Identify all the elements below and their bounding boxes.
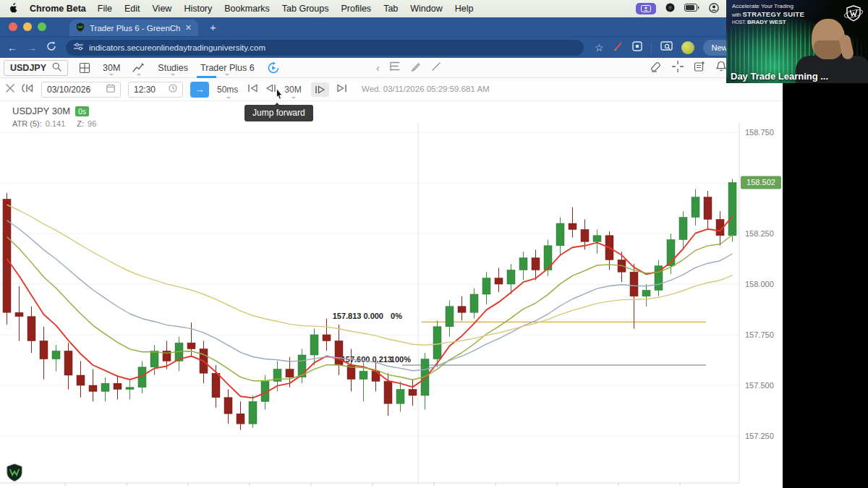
menu-item[interactable]: File — [98, 4, 112, 14]
layout-name-label: Trader Plus 6 — [200, 63, 255, 73]
fib-level-percent: 100% — [391, 355, 411, 364]
menu-item[interactable]: Tab — [383, 4, 398, 14]
chart-area[interactable]: USDJPY 30M 0s ATR (5): 0.141 Z: 96 157.8… — [0, 101, 783, 488]
menu-item[interactable]: Window — [410, 4, 442, 14]
site-settings-icon[interactable] — [74, 43, 83, 52]
draw-pencil-icon[interactable] — [410, 61, 422, 74]
candle-body — [642, 290, 650, 296]
layout-name-dropdown[interactable]: Trader Plus 6 — [199, 58, 256, 77]
omnibox[interactable]: indicators.secureonlinedaytradingunivers… — [66, 40, 584, 56]
screen-sharing-icon[interactable] — [636, 3, 656, 14]
candle-body — [335, 341, 343, 365]
chevron-down-icon — [137, 74, 141, 76]
reload-button[interactable] — [46, 41, 56, 54]
candle-body — [323, 335, 331, 341]
jump-interval-value: 30M — [284, 85, 301, 95]
candle-body — [286, 369, 294, 377]
window-controls — [0, 17, 55, 36]
extension-icon[interactable] — [632, 41, 642, 54]
candle-body — [52, 351, 60, 359]
candle-body — [212, 373, 220, 398]
go-to-date-button[interactable]: → — [190, 82, 209, 98]
candle-body — [384, 381, 392, 403]
chevron-down-icon — [225, 74, 229, 76]
bookmark-star-icon[interactable]: ☆ — [595, 42, 604, 53]
webcam-titles: Accelerate Your Trading with STRATEGY SU… — [732, 3, 804, 26]
browser-tab[interactable]: Trader Plus 6 - GreenChart ✕ — [69, 20, 198, 36]
profile-avatar[interactable] — [681, 41, 694, 54]
candle-body — [569, 223, 576, 229]
browser-tab-bar: Trader Plus 6 - GreenChart ✕ + — [0, 17, 783, 36]
zoom-window-button[interactable] — [38, 22, 46, 31]
candle-body — [27, 317, 35, 341]
fib-level-label: 157.813 0.000 — [333, 312, 383, 320]
forward-button[interactable]: → — [27, 43, 37, 53]
restart-replay-icon[interactable] — [22, 83, 34, 95]
menu-item[interactable]: Profiles — [341, 4, 371, 14]
alerts-bell-icon[interactable] — [715, 61, 727, 74]
skip-to-start-icon[interactable] — [247, 84, 258, 95]
menu-item[interactable]: View — [153, 4, 172, 14]
replay-date-input[interactable]: 03/10/2026 — [41, 82, 121, 98]
layout-grid-button[interactable] — [77, 58, 92, 77]
chart-symbol-label: USDJPY 30M — [12, 106, 70, 116]
new-tab-button[interactable]: + — [210, 21, 216, 33]
watchlist-icon[interactable] — [389, 61, 401, 74]
crosshair-icon[interactable] — [672, 61, 684, 74]
price-axis-label: 157.500 — [745, 381, 774, 390]
menu-item[interactable]: History — [184, 4, 212, 14]
extension-pen-icon[interactable] — [613, 40, 624, 54]
studies-button[interactable]: Studies — [156, 58, 190, 77]
replay-speed-dropdown[interactable]: 50ms — [216, 78, 240, 100]
current-bar-timestamp: Wed. 03/11/2026 05:29:59.681 AM — [362, 85, 490, 93]
chevron-down-icon — [171, 74, 175, 76]
candle-body — [482, 278, 490, 294]
minimize-window-button[interactable] — [23, 22, 32, 31]
webcam-title-line3-prefix: HOST: — [732, 20, 746, 25]
candle-body — [77, 375, 85, 385]
chevron-left-icon[interactable]: ‹ — [376, 62, 380, 74]
close-window-button[interactable] — [9, 22, 17, 31]
candle-body — [187, 343, 195, 348]
trendline-icon[interactable] — [431, 61, 441, 74]
battery-icon[interactable] — [684, 4, 699, 14]
z-label: Z: — [77, 119, 84, 128]
candle-body — [704, 197, 712, 220]
search-icon — [52, 62, 61, 74]
eraser-icon[interactable] — [650, 61, 662, 74]
menu-item[interactable]: Tab Groups — [282, 4, 329, 14]
tab-close-icon[interactable]: ✕ — [185, 23, 192, 33]
interval-dropdown[interactable]: 30M — [101, 58, 122, 77]
jump-forward-tooltip: Jump forward — [244, 105, 313, 121]
fib-level-percent: 0% — [391, 312, 402, 320]
symbol-search-box[interactable]: USDJPY — [4, 60, 68, 76]
menu-item[interactable]: Edit — [124, 4, 140, 14]
skip-to-end-icon[interactable] — [336, 84, 347, 95]
add-event-icon[interactable] — [694, 61, 705, 74]
mouse-cursor-pointer — [273, 88, 284, 106]
price-axis-label: 157.750 — [745, 330, 774, 339]
back-button[interactable]: ← — [7, 43, 17, 53]
price-axis-label: 158.250 — [745, 229, 774, 238]
tab-capture-icon[interactable] — [660, 41, 673, 54]
active-app-name[interactable]: Chrome Beta — [30, 4, 86, 14]
account-icon[interactable] — [709, 3, 719, 15]
candle-body — [679, 218, 687, 240]
atr-label: ATR (5): — [12, 119, 42, 128]
jump-interval-dropdown[interactable]: 30M — [284, 78, 303, 100]
jump-forward-button[interactable] — [311, 82, 329, 97]
ema-slowest-yellow — [7, 205, 733, 345]
calendar-icon — [106, 84, 115, 95]
browser-address-bar: ← → indicators.secureonlinedaytradinguni… — [0, 36, 783, 58]
price-chart-svg[interactable]: 157.813 0.0000%157.600 0.213100%158.7501… — [0, 101, 783, 488]
apple-menu-icon[interactable] — [9, 2, 18, 15]
close-replay-icon[interactable] — [6, 84, 14, 95]
record-status-icon[interactable] — [665, 3, 675, 14]
menu-item[interactable]: Help — [455, 4, 474, 14]
candle-body — [249, 401, 257, 424]
replay-playback-bar: 03/10/2026 12:30 → 50ms — [0, 78, 783, 101]
replay-time-input[interactable]: 12:30 — [128, 82, 183, 98]
chart-type-button[interactable] — [131, 58, 147, 77]
bar-replay-button[interactable] — [265, 58, 281, 77]
menu-item[interactable]: Bookmarks — [224, 4, 270, 14]
